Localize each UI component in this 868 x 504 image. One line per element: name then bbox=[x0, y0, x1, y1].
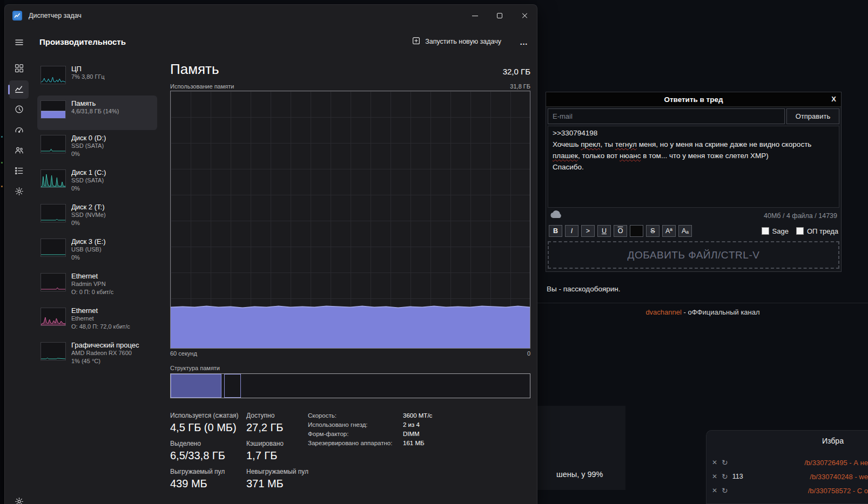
subscript-button[interactable]: Aₐ bbox=[678, 225, 692, 237]
close-button[interactable]: X bbox=[831, 95, 836, 103]
file-dropzone[interactable]: ДОБАВИТЬ ФАЙЛ/CTRL-V bbox=[548, 241, 839, 269]
perf-item-name: Ethernet bbox=[71, 307, 130, 315]
run-new-task-button[interactable]: Запустить новую задачу bbox=[408, 33, 506, 50]
stat-value: 439 МБ bbox=[170, 478, 246, 490]
nav-services[interactable] bbox=[9, 183, 29, 201]
refresh-icon[interactable]: ↻ bbox=[722, 472, 728, 481]
stat-value: 27,2 ГБ bbox=[246, 421, 307, 434]
maximize-icon bbox=[497, 13, 502, 18]
perf-item-disk3[interactable]: Диск 3 (E:) USB (USB) 0% bbox=[37, 234, 157, 268]
close-window-button[interactable] bbox=[512, 5, 537, 26]
gpu-thumbnail bbox=[41, 342, 66, 360]
hw-label: Скорость: bbox=[308, 412, 401, 419]
favorite-thread-link[interactable]: /b/330726495 - А не bbox=[804, 459, 868, 467]
strike-button[interactable]: S bbox=[646, 225, 660, 237]
perf-item-detail: О: 0 П: 0 кбит/с bbox=[71, 288, 113, 296]
more-options-button[interactable]: … bbox=[520, 37, 528, 46]
hw-label: Форм-фактор: bbox=[308, 431, 401, 437]
ethernet-vpn-thumbnail bbox=[41, 273, 66, 291]
hamburger-icon bbox=[15, 38, 24, 49]
file-limits-label: 40Мб / 4 файла / 14739 bbox=[764, 212, 837, 220]
nav-performance[interactable] bbox=[9, 80, 29, 99]
memory-thumbnail bbox=[41, 100, 66, 119]
nav-details[interactable] bbox=[9, 162, 29, 181]
perf-item-name: Диск 2 (T:) bbox=[71, 203, 106, 211]
perf-item-detail: Radmin VPN bbox=[71, 280, 113, 288]
send-button[interactable]: Отправить bbox=[786, 108, 839, 124]
perf-item-disk2[interactable]: Диск 2 (T:) SSD (NVMe) 0% bbox=[37, 199, 157, 234]
superscript-button[interactable]: Aª bbox=[662, 225, 676, 237]
stat-label: Невыгружаемый пул bbox=[246, 468, 307, 475]
favorite-thread-link[interactable]: /b/330740248 - we bbox=[810, 473, 868, 481]
memory-total-capacity: 32,0 ГБ bbox=[503, 67, 530, 78]
perf-item-ethernet[interactable]: Ethernet Ethernet О: 48,0 П: 72,0 кбит/с bbox=[37, 303, 157, 337]
refresh-icon[interactable]: ↻ bbox=[722, 458, 728, 467]
graph-time-label: 60 секунд bbox=[170, 350, 197, 357]
perf-item-name: Диск 1 (C:) bbox=[71, 168, 106, 176]
menu-button[interactable] bbox=[9, 34, 29, 52]
nav-startup-apps[interactable] bbox=[9, 121, 29, 140]
nav-settings[interactable] bbox=[9, 493, 29, 504]
passcode-status: Вы - пасскодобоярин. bbox=[547, 285, 620, 293]
perf-item-detail: SSD (SATA) bbox=[71, 176, 106, 185]
stat-label: Кэшировано bbox=[246, 440, 307, 447]
memory-graph-max-label: 31,8 ГБ bbox=[510, 83, 530, 90]
minimize-icon bbox=[472, 16, 478, 16]
favorites-panel: Избра ✕ ↻ /b/330726495 - А не ✕ ↻ 113 /b… bbox=[706, 430, 868, 504]
comment-line: >>330794198 bbox=[553, 128, 835, 139]
perf-item-name: Графический процес bbox=[71, 341, 139, 349]
perf-item-memory[interactable]: Память 4,6/31,8 ГБ (14%) bbox=[37, 96, 157, 130]
underline-button[interactable]: U bbox=[597, 225, 611, 237]
spoiler-button[interactable] bbox=[630, 225, 643, 237]
titlebar[interactable]: Диспетчер задач bbox=[5, 5, 537, 26]
desktop-speck bbox=[1, 136, 3, 138]
channel-footer: dvachannel - оФФициальный канал bbox=[537, 303, 868, 316]
ethernet-thumbnail bbox=[41, 308, 66, 326]
stat-value: 4,5 ГБ (0 МБ) bbox=[170, 421, 246, 434]
perf-item-name: Диск 0 (D:) bbox=[71, 134, 106, 142]
task-manager-app-icon bbox=[12, 11, 22, 21]
comment-textarea[interactable]: >>330794198 Хочешь прекл, ты тегнул меня… bbox=[548, 126, 839, 208]
quote-button[interactable]: > bbox=[581, 225, 595, 237]
favorite-thread-link[interactable]: /b/330758572 - С о bbox=[808, 487, 868, 495]
email-input[interactable] bbox=[548, 108, 785, 124]
reply-form-title: Ответить в тред bbox=[546, 96, 841, 104]
perf-item-name: ЦП bbox=[71, 65, 105, 73]
sage-checkbox[interactable] bbox=[762, 227, 769, 235]
memory-usage-graph bbox=[170, 91, 530, 349]
nav-users[interactable] bbox=[9, 142, 29, 160]
dvachannel-link[interactable]: dvachannel bbox=[645, 308, 682, 316]
hw-value: 3600 МТ/с bbox=[403, 412, 432, 419]
perf-item-disk0[interactable]: Диск 0 (D:) SSD (SATA) 0% bbox=[37, 130, 157, 165]
op-checkbox-wrap[interactable]: ОП треда bbox=[796, 227, 838, 235]
processes-icon bbox=[15, 64, 24, 75]
remove-favorite-icon[interactable]: ✕ bbox=[712, 459, 717, 466]
reply-form-header[interactable]: Ответить в тред X bbox=[546, 92, 841, 107]
perf-item-cpu[interactable]: ЦП 7% 3,80 ГГц bbox=[37, 61, 157, 96]
sage-checkbox-wrap[interactable]: Sage bbox=[762, 227, 789, 235]
favorite-item: ✕ ↻ /b/330726495 - А не bbox=[712, 455, 868, 469]
graph-zero-label: 0 bbox=[527, 350, 530, 357]
comment-line: Спасибо. bbox=[553, 162, 835, 173]
remove-favorite-icon[interactable]: ✕ bbox=[712, 487, 717, 494]
desktop-edge bbox=[0, 0, 4, 504]
stat-value: 6,5/33,8 ГБ bbox=[170, 449, 246, 462]
perf-item-gpu[interactable]: Графический процес AMD Radeon RX 7600 1%… bbox=[37, 337, 157, 372]
op-checkbox[interactable] bbox=[796, 227, 804, 235]
refresh-icon[interactable]: ↻ bbox=[722, 486, 728, 495]
performance-icon bbox=[15, 84, 24, 96]
overline-button[interactable]: O bbox=[614, 225, 627, 237]
services-gear-icon bbox=[15, 187, 24, 198]
bold-button[interactable]: B bbox=[549, 225, 562, 237]
maximize-button[interactable] bbox=[487, 5, 512, 26]
settings-gear-icon bbox=[15, 497, 24, 504]
nav-app-history[interactable] bbox=[9, 101, 29, 119]
perf-item-detail: 4,6/31,8 ГБ (14%) bbox=[71, 107, 119, 115]
perf-item-ethernet-vpn[interactable]: Ethernet Radmin VPN О: 0 П: 0 кбит/с bbox=[37, 268, 157, 303]
nav-processes[interactable] bbox=[9, 60, 29, 78]
users-icon bbox=[15, 146, 24, 157]
minimize-button[interactable] bbox=[462, 5, 487, 26]
remove-favorite-icon[interactable]: ✕ bbox=[712, 473, 717, 480]
italic-button[interactable]: I bbox=[565, 225, 578, 237]
perf-item-disk1[interactable]: Диск 1 (C:) SSD (SATA) 0% bbox=[37, 165, 157, 199]
